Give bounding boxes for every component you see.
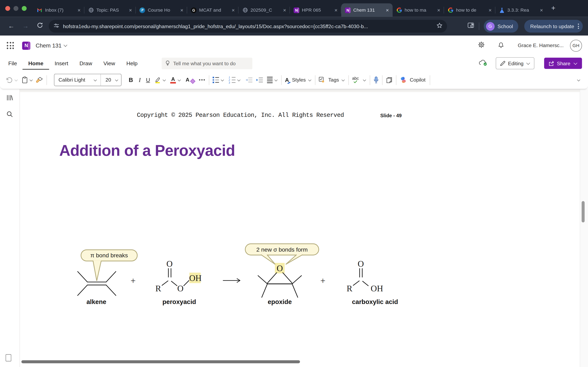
- vertical-scrollbar-thumb[interactable]: [582, 201, 585, 222]
- undo-button[interactable]: [5, 77, 18, 83]
- tab-close-icon[interactable]: ×: [385, 8, 390, 13]
- bullets-button[interactable]: [213, 77, 224, 83]
- browser-tab-hpr-065[interactable]: NHPR 065×: [290, 3, 341, 17]
- bookmark-star-icon[interactable]: [437, 22, 442, 30]
- omnibox[interactable]: hofstra1edu-my.sharepoint.com/personal/g…: [49, 20, 447, 33]
- atom-OH: OH: [189, 273, 201, 283]
- numbering-chevron-icon[interactable]: [237, 78, 241, 81]
- tab-close-icon[interactable]: ×: [487, 8, 493, 13]
- profile-chip[interactable]: G School: [484, 20, 518, 33]
- spelling-chevron-icon[interactable]: [363, 78, 366, 81]
- callout-right-text: 2 new σ bonds form: [256, 246, 308, 253]
- notebook-title[interactable]: Chem 131: [35, 42, 61, 49]
- user-avatar[interactable]: GH: [570, 40, 582, 52]
- vertical-scrollbar-track[interactable]: [580, 89, 588, 367]
- copilot-button[interactable]: Copilot: [399, 76, 426, 83]
- menu-tab-help[interactable]: Help: [121, 57, 143, 69]
- menu-tab-view[interactable]: View: [98, 57, 121, 69]
- numbering-button[interactable]: 123: [229, 77, 241, 83]
- tab-close-icon[interactable]: ×: [231, 8, 236, 13]
- side-panel-search-icon[interactable]: [467, 22, 474, 30]
- traffic-minimize-button[interactable]: [13, 6, 18, 11]
- alignment-button[interactable]: [267, 77, 278, 83]
- paste-button[interactable]: [22, 76, 33, 83]
- browser-tab-chem-131[interactable]: NChem 131×: [341, 3, 393, 17]
- tab-close-icon[interactable]: ×: [282, 8, 287, 13]
- reload-icon[interactable]: [35, 22, 44, 30]
- tags-chevron-icon[interactable]: [342, 78, 345, 81]
- url-text: hofstra1edu-my.sharepoint.com/personal/g…: [63, 24, 437, 29]
- browser-tab-3-3-3-rea[interactable]: 3.3.3: Rea×: [495, 3, 547, 17]
- highlight-color-button[interactable]: [154, 77, 166, 83]
- notifications-bell-icon[interactable]: [498, 41, 504, 50]
- tab-close-icon[interactable]: ×: [333, 8, 339, 13]
- editing-mode-button[interactable]: Editing: [496, 57, 535, 69]
- traffic-maximize-button[interactable]: [22, 6, 27, 11]
- font-name-chevron-icon[interactable]: [94, 78, 97, 81]
- settings-gear-icon[interactable]: [477, 41, 485, 50]
- menu-tab-file[interactable]: File: [3, 57, 23, 69]
- font-size-chevron-icon[interactable]: [115, 78, 118, 81]
- highlight-chevron-icon[interactable]: [163, 78, 166, 81]
- bullets-chevron-icon[interactable]: [221, 78, 224, 81]
- browser-tab-course-ho[interactable]: PCourse Ho×: [136, 3, 187, 17]
- search-icon[interactable]: [6, 111, 13, 119]
- alignment-chevron-icon[interactable]: [274, 78, 278, 81]
- browser-tab-mcat-and[interactable]: GMCAT and×: [187, 3, 239, 17]
- more-options-icon[interactable]: •••: [199, 77, 206, 83]
- browser-tab-202509-c[interactable]: 202509_C×: [238, 3, 290, 17]
- page-canvas[interactable]: [0, 92, 588, 367]
- notebook-chevron-icon[interactable]: [64, 43, 67, 47]
- paste-chevron-icon[interactable]: [30, 78, 33, 81]
- collapse-ribbon-chevron-icon[interactable]: [577, 78, 580, 81]
- tell-me-search[interactable]: Tell me what you want to do: [162, 58, 252, 69]
- tab-close-icon[interactable]: ×: [76, 8, 82, 13]
- styles-button[interactable]: A Styles: [285, 77, 312, 83]
- forward-icon[interactable]: →: [21, 22, 30, 30]
- share-button[interactable]: Share: [544, 58, 582, 69]
- menu-tab-insert[interactable]: Insert: [49, 57, 74, 69]
- relaunch-to-update-button[interactable]: Relaunch to update: [524, 20, 583, 33]
- notebooks-icon[interactable]: [6, 94, 13, 103]
- new-tab-button[interactable]: +: [551, 4, 555, 12]
- browser-tab-how-to-ma[interactable]: how to ma×: [393, 3, 444, 17]
- font-size-select[interactable]: 20: [101, 74, 115, 86]
- underline-button[interactable]: U: [146, 77, 150, 83]
- back-icon[interactable]: ←: [7, 22, 16, 30]
- font-color-chevron-icon[interactable]: [178, 78, 181, 81]
- browser-tab-topic-pas[interactable]: Topic: PAS×: [84, 3, 136, 17]
- spelling-button[interactable]: abc: [352, 77, 366, 83]
- page-list-icon[interactable]: [6, 354, 11, 361]
- tab-close-icon[interactable]: ×: [539, 8, 544, 13]
- font-name-select[interactable]: Calibri Light: [54, 77, 94, 83]
- decrease-indent-button[interactable]: [245, 77, 253, 83]
- site-settings-icon[interactable]: [54, 23, 60, 30]
- molecule-label: alkene: [86, 298, 106, 305]
- traffic-close-button[interactable]: [5, 6, 10, 11]
- browser-tab-how-to-de[interactable]: how to de×: [444, 3, 495, 17]
- format-painter-button[interactable]: [36, 77, 43, 83]
- styles-label: Styles: [292, 77, 306, 83]
- feed-pages-icon[interactable]: [386, 77, 393, 83]
- italic-button[interactable]: I: [139, 77, 141, 83]
- tab-close-icon[interactable]: ×: [179, 8, 185, 13]
- signed-in-user-name[interactable]: Grace E. Hamersc...: [518, 43, 564, 48]
- menu-tab-home[interactable]: Home: [23, 57, 49, 70]
- styles-chevron-icon[interactable]: [308, 78, 311, 81]
- tags-button[interactable]: ★ Tags: [319, 77, 345, 83]
- browser-tab-inbox-7-[interactable]: Inbox (7)×: [33, 3, 85, 17]
- bold-button[interactable]: B: [129, 77, 133, 83]
- dictate-microphone-icon[interactable]: [373, 76, 379, 83]
- increase-indent-button[interactable]: [256, 77, 263, 83]
- undo-chevron-icon[interactable]: [15, 78, 18, 81]
- tab-close-icon[interactable]: ×: [128, 8, 133, 13]
- tab-close-icon[interactable]: ×: [436, 8, 441, 13]
- font-color-button[interactable]: A: [170, 77, 181, 83]
- onenote-logo-icon[interactable]: N: [22, 42, 30, 50]
- browser-menu-icon[interactable]: [578, 24, 579, 29]
- menu-tab-draw[interactable]: Draw: [74, 57, 98, 69]
- tab-favicon-gblack: G: [191, 7, 197, 13]
- horizontal-scrollbar-thumb[interactable]: [21, 360, 300, 363]
- app-launcher-icon[interactable]: [7, 42, 14, 49]
- clear-formatting-button[interactable]: A: [186, 77, 195, 83]
